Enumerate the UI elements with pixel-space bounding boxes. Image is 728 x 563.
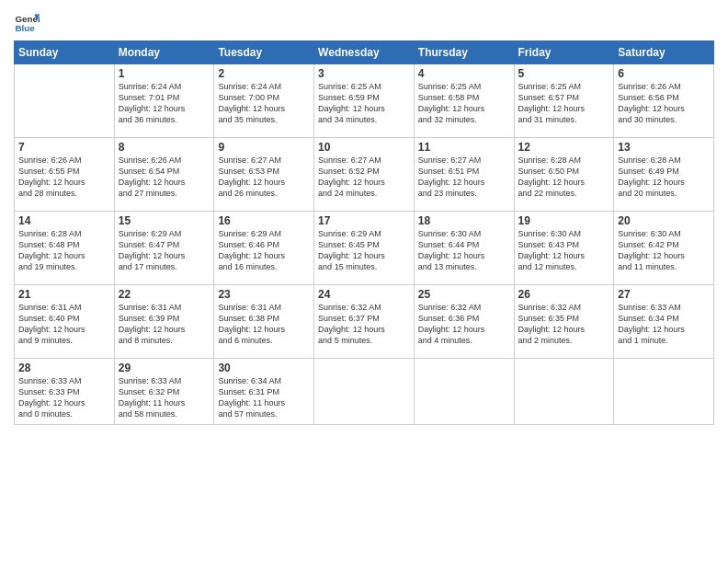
calendar-page: General Blue SundayMondayTuesdayWednesda… xyxy=(0,0,728,563)
day-number: 17 xyxy=(318,214,410,227)
col-header-tuesday: Tuesday xyxy=(214,41,314,64)
day-info: Sunrise: 6:25 AM Sunset: 6:57 PM Dayligh… xyxy=(518,81,610,126)
day-info: Sunrise: 6:26 AM Sunset: 6:54 PM Dayligh… xyxy=(119,155,210,200)
calendar-table: SundayMondayTuesdayWednesdayThursdayFrid… xyxy=(14,40,714,425)
day-number: 9 xyxy=(218,141,310,154)
calendar-cell: 18Sunrise: 6:30 AM Sunset: 6:44 PM Dayli… xyxy=(414,212,514,285)
day-info: Sunrise: 6:28 AM Sunset: 6:49 PM Dayligh… xyxy=(618,155,710,200)
col-header-friday: Friday xyxy=(514,41,614,64)
logo-icon: General Blue xyxy=(14,9,40,35)
calendar-cell xyxy=(414,359,514,425)
calendar-cell: 28Sunrise: 6:33 AM Sunset: 6:33 PM Dayli… xyxy=(15,359,115,425)
calendar-cell: 20Sunrise: 6:30 AM Sunset: 6:42 PM Dayli… xyxy=(614,212,714,285)
day-number: 16 xyxy=(218,214,310,227)
day-info: Sunrise: 6:30 AM Sunset: 6:42 PM Dayligh… xyxy=(618,228,710,273)
day-info: Sunrise: 6:29 AM Sunset: 6:47 PM Dayligh… xyxy=(119,228,210,273)
day-info: Sunrise: 6:32 AM Sunset: 6:36 PM Dayligh… xyxy=(418,302,510,347)
day-number: 21 xyxy=(18,288,110,301)
day-number: 11 xyxy=(418,141,510,154)
calendar-cell: 25Sunrise: 6:32 AM Sunset: 6:36 PM Dayli… xyxy=(414,285,514,359)
calendar-cell: 8Sunrise: 6:26 AM Sunset: 6:54 PM Daylig… xyxy=(114,138,214,212)
day-number: 12 xyxy=(518,141,610,154)
col-header-wednesday: Wednesday xyxy=(314,41,415,64)
day-info: Sunrise: 6:31 AM Sunset: 6:40 PM Dayligh… xyxy=(18,302,110,347)
calendar-cell: 17Sunrise: 6:29 AM Sunset: 6:45 PM Dayli… xyxy=(314,212,415,285)
day-number: 1 xyxy=(119,67,210,80)
calendar-cell xyxy=(15,64,115,138)
col-header-sunday: Sunday xyxy=(15,41,115,64)
calendar-cell: 30Sunrise: 6:34 AM Sunset: 6:31 PM Dayli… xyxy=(214,359,314,425)
calendar-cell: 10Sunrise: 6:27 AM Sunset: 6:52 PM Dayli… xyxy=(314,138,415,212)
day-number: 7 xyxy=(18,141,110,154)
col-header-thursday: Thursday xyxy=(414,41,514,64)
day-info: Sunrise: 6:29 AM Sunset: 6:45 PM Dayligh… xyxy=(318,228,410,273)
calendar-cell: 26Sunrise: 6:32 AM Sunset: 6:35 PM Dayli… xyxy=(514,285,614,359)
day-info: Sunrise: 6:31 AM Sunset: 6:39 PM Dayligh… xyxy=(119,302,210,347)
day-info: Sunrise: 6:30 AM Sunset: 6:43 PM Dayligh… xyxy=(518,228,610,273)
calendar-cell: 13Sunrise: 6:28 AM Sunset: 6:49 PM Dayli… xyxy=(614,138,714,212)
day-info: Sunrise: 6:24 AM Sunset: 7:01 PM Dayligh… xyxy=(119,81,210,126)
day-number: 13 xyxy=(618,141,710,154)
day-info: Sunrise: 6:25 AM Sunset: 6:58 PM Dayligh… xyxy=(418,81,510,126)
calendar-cell: 1Sunrise: 6:24 AM Sunset: 7:01 PM Daylig… xyxy=(114,64,214,138)
calendar-cell: 16Sunrise: 6:29 AM Sunset: 6:46 PM Dayli… xyxy=(214,212,314,285)
day-info: Sunrise: 6:25 AM Sunset: 6:59 PM Dayligh… xyxy=(318,81,410,126)
calendar-cell: 15Sunrise: 6:29 AM Sunset: 6:47 PM Dayli… xyxy=(114,212,214,285)
day-number: 29 xyxy=(119,362,210,374)
calendar-cell: 21Sunrise: 6:31 AM Sunset: 6:40 PM Dayli… xyxy=(15,285,115,359)
col-header-saturday: Saturday xyxy=(614,41,714,64)
calendar-cell: 14Sunrise: 6:28 AM Sunset: 6:48 PM Dayli… xyxy=(15,212,115,285)
calendar-cell: 27Sunrise: 6:33 AM Sunset: 6:34 PM Dayli… xyxy=(614,285,714,359)
day-info: Sunrise: 6:27 AM Sunset: 6:52 PM Dayligh… xyxy=(318,155,410,200)
day-number: 26 xyxy=(518,288,610,301)
calendar-cell: 24Sunrise: 6:32 AM Sunset: 6:37 PM Dayli… xyxy=(314,285,415,359)
day-number: 25 xyxy=(418,288,510,301)
day-info: Sunrise: 6:28 AM Sunset: 6:48 PM Dayligh… xyxy=(18,228,110,273)
calendar-cell: 12Sunrise: 6:28 AM Sunset: 6:50 PM Dayli… xyxy=(514,138,614,212)
day-number: 10 xyxy=(318,141,410,154)
day-number: 4 xyxy=(418,67,510,80)
calendar-header: General Blue xyxy=(14,9,714,35)
day-number: 2 xyxy=(218,67,310,80)
day-number: 28 xyxy=(18,362,110,374)
day-number: 3 xyxy=(318,67,410,80)
calendar-cell: 4Sunrise: 6:25 AM Sunset: 6:58 PM Daylig… xyxy=(414,64,514,138)
day-info: Sunrise: 6:34 AM Sunset: 6:31 PM Dayligh… xyxy=(218,375,310,420)
calendar-cell: 2Sunrise: 6:24 AM Sunset: 7:00 PM Daylig… xyxy=(214,64,314,138)
day-number: 6 xyxy=(618,67,710,80)
svg-text:Blue: Blue xyxy=(15,23,35,33)
day-number: 19 xyxy=(518,214,610,227)
day-number: 15 xyxy=(119,214,210,227)
day-info: Sunrise: 6:27 AM Sunset: 6:53 PM Dayligh… xyxy=(218,155,310,200)
calendar-cell: 3Sunrise: 6:25 AM Sunset: 6:59 PM Daylig… xyxy=(314,64,415,138)
calendar-cell: 11Sunrise: 6:27 AM Sunset: 6:51 PM Dayli… xyxy=(414,138,514,212)
day-info: Sunrise: 6:31 AM Sunset: 6:38 PM Dayligh… xyxy=(218,302,310,347)
day-number: 22 xyxy=(119,288,210,301)
calendar-cell: 23Sunrise: 6:31 AM Sunset: 6:38 PM Dayli… xyxy=(214,285,314,359)
day-number: 23 xyxy=(218,288,310,301)
day-info: Sunrise: 6:33 AM Sunset: 6:32 PM Dayligh… xyxy=(119,375,210,420)
col-header-monday: Monday xyxy=(114,41,214,64)
calendar-cell: 6Sunrise: 6:26 AM Sunset: 6:56 PM Daylig… xyxy=(614,64,714,138)
day-info: Sunrise: 6:33 AM Sunset: 6:34 PM Dayligh… xyxy=(618,302,710,347)
calendar-cell xyxy=(514,359,614,425)
day-info: Sunrise: 6:24 AM Sunset: 7:00 PM Dayligh… xyxy=(218,81,310,126)
calendar-cell: 7Sunrise: 6:26 AM Sunset: 6:55 PM Daylig… xyxy=(15,138,115,212)
day-info: Sunrise: 6:26 AM Sunset: 6:55 PM Dayligh… xyxy=(18,155,110,200)
day-info: Sunrise: 6:32 AM Sunset: 6:35 PM Dayligh… xyxy=(518,302,610,347)
day-number: 14 xyxy=(18,214,110,227)
calendar-cell xyxy=(314,359,415,425)
day-number: 20 xyxy=(618,214,710,227)
day-info: Sunrise: 6:29 AM Sunset: 6:46 PM Dayligh… xyxy=(218,228,310,273)
calendar-cell: 9Sunrise: 6:27 AM Sunset: 6:53 PM Daylig… xyxy=(214,138,314,212)
calendar-cell: 19Sunrise: 6:30 AM Sunset: 6:43 PM Dayli… xyxy=(514,212,614,285)
day-number: 30 xyxy=(218,362,310,374)
calendar-cell: 29Sunrise: 6:33 AM Sunset: 6:32 PM Dayli… xyxy=(114,359,214,425)
day-info: Sunrise: 6:30 AM Sunset: 6:44 PM Dayligh… xyxy=(418,228,510,273)
day-info: Sunrise: 6:26 AM Sunset: 6:56 PM Dayligh… xyxy=(618,81,710,126)
day-number: 24 xyxy=(318,288,410,301)
calendar-cell xyxy=(614,359,714,425)
day-info: Sunrise: 6:33 AM Sunset: 6:33 PM Dayligh… xyxy=(18,375,110,420)
calendar-cell: 5Sunrise: 6:25 AM Sunset: 6:57 PM Daylig… xyxy=(514,64,614,138)
day-number: 27 xyxy=(618,288,710,301)
